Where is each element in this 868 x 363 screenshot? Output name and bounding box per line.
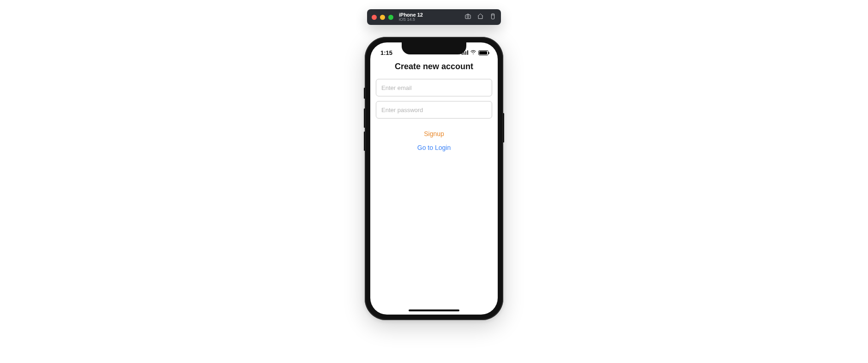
signup-screen: Create new account Signup Go to Login: [370, 61, 498, 154]
email-field[interactable]: [376, 79, 492, 96]
window-close-button[interactable]: [372, 15, 377, 20]
password-field[interactable]: [376, 101, 492, 119]
home-indicator[interactable]: [409, 309, 459, 311]
go-to-login-button[interactable]: Go to Login: [376, 142, 492, 154]
rotate-icon[interactable]: [489, 13, 496, 22]
svg-rect-2: [491, 13, 494, 18]
mute-switch: [364, 88, 365, 99]
volume-up-button: [364, 108, 365, 128]
page-title: Create new account: [376, 62, 492, 71]
window-traffic-lights: [372, 15, 393, 20]
window-minimize-button[interactable]: [380, 15, 385, 20]
svg-point-1: [467, 16, 469, 18]
home-icon[interactable]: [477, 13, 484, 22]
iphone-device-frame: 1:15 Create new acc: [365, 37, 503, 320]
device-notch: [402, 42, 466, 54]
power-button: [503, 113, 504, 143]
status-time: 1:15: [380, 48, 392, 56]
simulator-title-group: iPhone 12 iOS 14.5: [399, 12, 423, 22]
svg-point-3: [473, 53, 474, 54]
screenshot-icon[interactable]: [464, 13, 471, 22]
signup-button[interactable]: Signup: [376, 128, 492, 140]
simulator-os-version: iOS 14.5: [399, 18, 423, 22]
simulator-title-bar: iPhone 12 iOS 14.5: [367, 9, 501, 25]
device-screen: 1:15 Create new acc: [370, 42, 498, 315]
window-zoom-button[interactable]: [388, 15, 393, 20]
wifi-icon: [470, 49, 476, 56]
volume-down-button: [364, 131, 365, 151]
battery-icon: [478, 50, 488, 55]
svg-rect-0: [465, 15, 470, 18]
